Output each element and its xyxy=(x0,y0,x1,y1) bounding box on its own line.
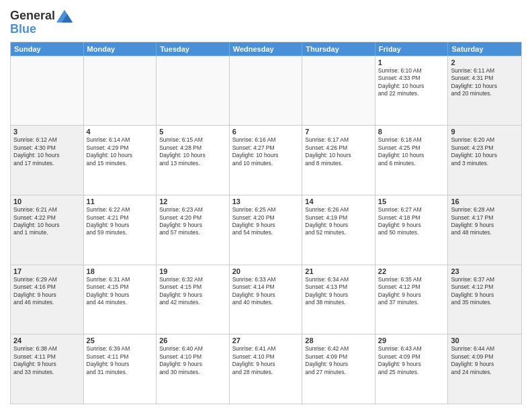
day-cell-6: 6Sunrise: 6:16 AM Sunset: 4:27 PM Daylig… xyxy=(230,126,303,195)
day-cell-18: 18Sunrise: 6:31 AM Sunset: 4:15 PM Dayli… xyxy=(84,265,157,334)
day-number: 1 xyxy=(378,58,445,66)
day-info: Sunrise: 6:29 AM Sunset: 4:16 PM Dayligh… xyxy=(13,276,57,306)
day-cell-22: 22Sunrise: 6:35 AM Sunset: 4:12 PM Dayli… xyxy=(375,265,449,334)
empty-cell-0-2 xyxy=(157,56,230,126)
day-number: 17 xyxy=(13,267,81,275)
day-cell-24: 24Sunrise: 6:38 AM Sunset: 4:11 PM Dayli… xyxy=(11,334,84,404)
day-cell-26: 26Sunrise: 6:40 AM Sunset: 4:10 PM Dayli… xyxy=(157,334,230,404)
day-number: 27 xyxy=(232,336,300,345)
logo-text-general: General xyxy=(10,9,55,23)
day-cell-30: 30Sunrise: 6:44 AM Sunset: 4:09 PM Dayli… xyxy=(448,334,521,404)
day-number: 23 xyxy=(451,267,519,275)
header-day-wednesday: Wednesday xyxy=(230,42,303,56)
day-info: Sunrise: 6:21 AM Sunset: 4:22 PM Dayligh… xyxy=(13,206,60,236)
logo-icon xyxy=(56,9,73,23)
day-info: Sunrise: 6:34 AM Sunset: 4:13 PM Dayligh… xyxy=(305,276,349,306)
day-number: 24 xyxy=(13,336,81,345)
day-info: Sunrise: 6:32 AM Sunset: 4:15 PM Dayligh… xyxy=(159,276,203,306)
calendar-body: 1Sunrise: 6:10 AM Sunset: 4:33 PM Daylig… xyxy=(11,56,521,404)
day-info: Sunrise: 6:26 AM Sunset: 4:19 PM Dayligh… xyxy=(305,206,349,236)
day-number: 21 xyxy=(305,267,372,275)
day-info: Sunrise: 6:20 AM Sunset: 4:23 PM Dayligh… xyxy=(451,136,497,166)
day-cell-3: 3Sunrise: 6:12 AM Sunset: 4:30 PM Daylig… xyxy=(11,126,84,195)
day-number: 3 xyxy=(13,128,81,136)
day-cell-9: 9Sunrise: 6:20 AM Sunset: 4:23 PM Daylig… xyxy=(448,126,521,195)
day-info: Sunrise: 6:41 AM Sunset: 4:10 PM Dayligh… xyxy=(232,345,276,375)
day-cell-5: 5Sunrise: 6:15 AM Sunset: 4:28 PM Daylig… xyxy=(157,126,230,195)
day-cell-15: 15Sunrise: 6:27 AM Sunset: 4:18 PM Dayli… xyxy=(375,195,449,265)
day-info: Sunrise: 6:18 AM Sunset: 4:25 PM Dayligh… xyxy=(378,136,425,166)
day-number: 8 xyxy=(378,128,445,136)
day-info: Sunrise: 6:28 AM Sunset: 4:17 PM Dayligh… xyxy=(451,206,494,236)
day-cell-7: 7Sunrise: 6:17 AM Sunset: 4:26 PM Daylig… xyxy=(302,126,375,195)
day-number: 2 xyxy=(451,58,519,66)
day-info: Sunrise: 6:39 AM Sunset: 4:11 PM Dayligh… xyxy=(87,345,130,375)
logo-text-blue: Blue xyxy=(10,23,73,36)
day-number: 25 xyxy=(87,336,154,345)
day-number: 9 xyxy=(451,128,519,136)
calendar-row-2: 10Sunrise: 6:21 AM Sunset: 4:22 PM Dayli… xyxy=(11,195,521,265)
logo: General Blue xyxy=(10,9,73,36)
calendar-row-1: 3Sunrise: 6:12 AM Sunset: 4:30 PM Daylig… xyxy=(11,125,521,195)
day-cell-21: 21Sunrise: 6:34 AM Sunset: 4:13 PM Dayli… xyxy=(302,265,375,334)
day-cell-12: 12Sunrise: 6:23 AM Sunset: 4:20 PM Dayli… xyxy=(157,195,230,265)
day-number: 5 xyxy=(159,128,226,136)
day-cell-29: 29Sunrise: 6:43 AM Sunset: 4:09 PM Dayli… xyxy=(375,334,449,404)
day-cell-2: 2Sunrise: 6:11 AM Sunset: 4:31 PM Daylig… xyxy=(448,56,521,126)
day-cell-20: 20Sunrise: 6:33 AM Sunset: 4:14 PM Dayli… xyxy=(230,265,303,334)
day-info: Sunrise: 6:16 AM Sunset: 4:27 PM Dayligh… xyxy=(232,136,279,166)
day-cell-25: 25Sunrise: 6:39 AM Sunset: 4:11 PM Dayli… xyxy=(84,334,157,404)
day-info: Sunrise: 6:15 AM Sunset: 4:28 PM Dayligh… xyxy=(159,136,206,166)
header: General Blue xyxy=(10,7,522,36)
day-info: Sunrise: 6:31 AM Sunset: 4:15 PM Dayligh… xyxy=(87,276,130,306)
day-number: 4 xyxy=(87,128,154,136)
calendar-row-0: 1Sunrise: 6:10 AM Sunset: 4:33 PM Daylig… xyxy=(11,56,521,126)
day-number: 28 xyxy=(305,336,372,345)
day-number: 13 xyxy=(232,197,300,205)
day-info: Sunrise: 6:37 AM Sunset: 4:12 PM Dayligh… xyxy=(451,276,494,306)
day-number: 19 xyxy=(159,267,226,275)
day-cell-23: 23Sunrise: 6:37 AM Sunset: 4:12 PM Dayli… xyxy=(448,265,521,334)
empty-cell-0-3 xyxy=(230,56,303,126)
day-info: Sunrise: 6:17 AM Sunset: 4:26 PM Dayligh… xyxy=(305,136,351,166)
calendar-header: SundayMondayTuesdayWednesdayThursdayFrid… xyxy=(11,42,521,56)
calendar: SundayMondayTuesdayWednesdayThursdayFrid… xyxy=(10,42,522,404)
page: General Blue SundayMondayTuesdayWednesda… xyxy=(0,0,532,411)
day-info: Sunrise: 6:42 AM Sunset: 4:09 PM Dayligh… xyxy=(305,345,349,375)
day-info: Sunrise: 6:44 AM Sunset: 4:09 PM Dayligh… xyxy=(451,345,494,375)
day-info: Sunrise: 6:10 AM Sunset: 4:33 PM Dayligh… xyxy=(378,67,425,97)
day-info: Sunrise: 6:38 AM Sunset: 4:11 PM Dayligh… xyxy=(13,345,57,375)
day-info: Sunrise: 6:33 AM Sunset: 4:14 PM Dayligh… xyxy=(232,276,276,306)
day-cell-4: 4Sunrise: 6:14 AM Sunset: 4:29 PM Daylig… xyxy=(84,126,157,195)
day-info: Sunrise: 6:43 AM Sunset: 4:09 PM Dayligh… xyxy=(378,345,422,375)
empty-cell-0-0 xyxy=(11,56,84,126)
day-number: 16 xyxy=(451,197,519,205)
day-number: 10 xyxy=(13,197,81,205)
day-number: 11 xyxy=(87,197,154,205)
day-number: 18 xyxy=(87,267,154,275)
empty-cell-0-1 xyxy=(84,56,157,126)
day-cell-19: 19Sunrise: 6:32 AM Sunset: 4:15 PM Dayli… xyxy=(157,265,230,334)
day-number: 26 xyxy=(159,336,226,345)
day-number: 6 xyxy=(232,128,300,136)
header-day-thursday: Thursday xyxy=(302,42,375,56)
day-cell-14: 14Sunrise: 6:26 AM Sunset: 4:19 PM Dayli… xyxy=(302,195,375,265)
day-info: Sunrise: 6:14 AM Sunset: 4:29 PM Dayligh… xyxy=(87,136,133,166)
day-cell-8: 8Sunrise: 6:18 AM Sunset: 4:25 PM Daylig… xyxy=(375,126,449,195)
day-number: 20 xyxy=(232,267,300,275)
day-cell-16: 16Sunrise: 6:28 AM Sunset: 4:17 PM Dayli… xyxy=(448,195,521,265)
day-info: Sunrise: 6:23 AM Sunset: 4:20 PM Dayligh… xyxy=(159,206,203,236)
header-day-monday: Monday xyxy=(84,42,157,56)
calendar-row-4: 24Sunrise: 6:38 AM Sunset: 4:11 PM Dayli… xyxy=(11,334,521,404)
day-cell-10: 10Sunrise: 6:21 AM Sunset: 4:22 PM Dayli… xyxy=(11,195,84,265)
day-number: 14 xyxy=(305,197,372,205)
header-day-tuesday: Tuesday xyxy=(157,42,230,56)
day-info: Sunrise: 6:22 AM Sunset: 4:21 PM Dayligh… xyxy=(87,206,130,236)
day-cell-28: 28Sunrise: 6:42 AM Sunset: 4:09 PM Dayli… xyxy=(302,334,375,404)
day-cell-17: 17Sunrise: 6:29 AM Sunset: 4:16 PM Dayli… xyxy=(11,265,84,334)
calendar-row-3: 17Sunrise: 6:29 AM Sunset: 4:16 PM Dayli… xyxy=(11,265,521,334)
day-info: Sunrise: 6:25 AM Sunset: 4:20 PM Dayligh… xyxy=(232,206,276,236)
day-number: 15 xyxy=(378,197,445,205)
day-info: Sunrise: 6:11 AM Sunset: 4:31 PM Dayligh… xyxy=(451,67,497,97)
day-cell-13: 13Sunrise: 6:25 AM Sunset: 4:20 PM Dayli… xyxy=(230,195,303,265)
